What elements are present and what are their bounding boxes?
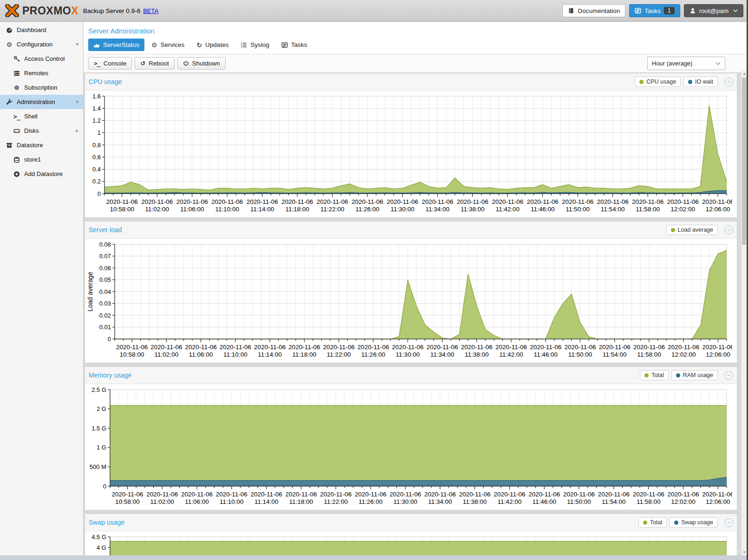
collapse-panel-icon[interactable]: − bbox=[724, 78, 733, 86]
collapse-arrow-icon[interactable]: ▾ bbox=[76, 41, 78, 47]
remotes-icon bbox=[12, 70, 21, 77]
svg-text:2020-11-06: 2020-11-06 bbox=[632, 198, 663, 205]
svg-text:11:26:00: 11:26:00 bbox=[361, 351, 385, 358]
svg-text:1 G: 1 G bbox=[97, 444, 106, 451]
svg-text:0.8: 0.8 bbox=[92, 142, 101, 149]
vertical-scrollbar[interactable]: ▲ ▼ bbox=[741, 71, 747, 555]
svg-text:2020-11-06: 2020-11-06 bbox=[355, 491, 386, 498]
svg-text:11:38:00: 11:38:00 bbox=[461, 206, 485, 213]
console-button[interactable]: >_ Console bbox=[88, 57, 132, 70]
svg-text:1: 1 bbox=[98, 129, 101, 136]
proxmox-logo: PROXMOX bbox=[5, 4, 78, 17]
svg-text:10:58:00: 10:58:00 bbox=[120, 351, 144, 358]
svg-text:11:58:00: 11:58:00 bbox=[637, 498, 661, 505]
svg-text:11:22:00: 11:22:00 bbox=[327, 351, 351, 358]
svg-text:2020-11-06: 2020-11-06 bbox=[530, 344, 561, 351]
window-bottom-edge bbox=[0, 555, 748, 560]
tasks-count-badge: 1 bbox=[664, 7, 675, 14]
sidebar-item-shell[interactable]: >_ Shell bbox=[0, 109, 83, 124]
legend-item-cpu-usage[interactable]: CPU usage bbox=[635, 77, 681, 87]
collapse-panel-icon[interactable]: − bbox=[724, 518, 733, 527]
svg-text:0.05: 0.05 bbox=[99, 276, 111, 283]
collapse-arrow-icon[interactable]: ▾ bbox=[76, 99, 78, 105]
dashboard-icon bbox=[5, 27, 14, 33]
svg-text:1.6: 1.6 bbox=[92, 93, 101, 100]
terminal-icon: >_ bbox=[12, 113, 21, 120]
expand-arrow-icon[interactable]: ▸ bbox=[76, 128, 78, 134]
svg-text:2020-11-06: 2020-11-06 bbox=[564, 344, 596, 351]
product-name: Backup Server 0.9-6 bbox=[83, 7, 140, 14]
legend-item-total[interactable]: Total bbox=[640, 370, 668, 380]
svg-text:11:02:00: 11:02:00 bbox=[150, 498, 174, 505]
sidebar-item-administration[interactable]: Administration ▾ bbox=[0, 95, 83, 109]
legend-item-load-average[interactable]: Load average bbox=[666, 225, 718, 235]
charts-scroll-region: CPU usage CPU usage IO wait − 00.20.40.6… bbox=[84, 73, 747, 555]
svg-text:2020-11-06: 2020-11-06 bbox=[116, 344, 148, 351]
user-menu-button[interactable]: root@pam bbox=[684, 4, 743, 17]
svg-text:1.2: 1.2 bbox=[92, 117, 101, 124]
svg-text:11:50:00: 11:50:00 bbox=[568, 351, 592, 358]
tab-updates[interactable]: ↻ Updates bbox=[191, 39, 234, 51]
cpu-usage-chart: 00.20.40.60.811.21.41.62020-11-0610:58:0… bbox=[85, 91, 737, 217]
svg-text:2020-11-06: 2020-11-06 bbox=[216, 491, 247, 498]
svg-text:1.4: 1.4 bbox=[92, 105, 101, 112]
tasks-button[interactable]: Tasks 1 bbox=[629, 4, 680, 17]
sidebar-item-dashboard[interactable]: Dashboard bbox=[0, 23, 83, 37]
svg-text:2020-11-06: 2020-11-06 bbox=[426, 344, 458, 351]
svg-text:11:22:00: 11:22:00 bbox=[324, 498, 348, 505]
legend-item-io-wait[interactable]: IO wait bbox=[683, 77, 718, 87]
svg-text:2020-11-06: 2020-11-06 bbox=[251, 491, 282, 498]
svg-text:2020-11-06: 2020-11-06 bbox=[247, 198, 278, 205]
sidebar-item-add-datastore[interactable]: Add Datastore bbox=[0, 167, 83, 181]
svg-text:2020-11-06: 2020-11-06 bbox=[320, 491, 351, 498]
legend-item-swap-usage[interactable]: Swap usage bbox=[670, 517, 718, 527]
tab-services[interactable]: ⚙ Services bbox=[146, 39, 189, 51]
shutdown-button[interactable]: Shutdown bbox=[177, 57, 226, 70]
sidebar-item-access-control[interactable]: Access Control bbox=[0, 52, 83, 66]
svg-text:11:38:00: 11:38:00 bbox=[465, 351, 489, 358]
svg-text:1.5 G: 1.5 G bbox=[91, 425, 106, 432]
legend-item-total[interactable]: Total bbox=[638, 517, 667, 527]
reboot-button[interactable]: ↺ Reboot bbox=[135, 57, 174, 70]
sidebar-item-subscription[interactable]: ☸ Subscription bbox=[0, 80, 83, 95]
sidebar-item-store1[interactable]: store1 bbox=[0, 152, 83, 167]
svg-text:0.4: 0.4 bbox=[92, 166, 101, 173]
panel-cpu-usage: CPU usage CPU usage IO wait − 00.20.40.6… bbox=[85, 73, 737, 218]
sidebar-item-remotes[interactable]: Remotes bbox=[0, 66, 83, 80]
timeframe-select[interactable]: Hour (average) bbox=[647, 57, 725, 70]
svg-text:2020-11-06: 2020-11-06 bbox=[424, 491, 456, 498]
lifebuoy-icon: ☸ bbox=[12, 85, 21, 91]
book-icon bbox=[568, 7, 574, 14]
svg-text:11:34:00: 11:34:00 bbox=[425, 206, 449, 213]
legend-item-ram-usage[interactable]: RAM usage bbox=[671, 370, 718, 380]
svg-text:11:34:00: 11:34:00 bbox=[430, 351, 455, 358]
server-load-chart: 00.010.020.030.040.050.060.070.082020-11… bbox=[85, 239, 737, 363]
svg-text:11:54:00: 11:54:00 bbox=[601, 206, 625, 213]
svg-text:2020-11-06: 2020-11-06 bbox=[392, 344, 423, 351]
tab-tasks[interactable]: Tasks bbox=[276, 39, 312, 51]
tab-serverstatus[interactable]: ServerStatus bbox=[88, 39, 144, 51]
svg-text:11:02:00: 11:02:00 bbox=[145, 206, 169, 213]
tab-syslog[interactable]: Syslog bbox=[235, 39, 274, 51]
collapse-panel-icon[interactable]: − bbox=[724, 371, 733, 380]
collapse-panel-icon[interactable]: − bbox=[724, 226, 733, 234]
svg-text:2020-11-06: 2020-11-06 bbox=[495, 344, 527, 351]
beta-link[interactable]: BETA bbox=[143, 7, 158, 14]
svg-text:4.5 G: 4.5 G bbox=[91, 534, 106, 540]
svg-text:2020-11-06: 2020-11-06 bbox=[317, 198, 348, 205]
legend: Total Swap usage − bbox=[638, 517, 733, 527]
svg-text:2020-11-06: 2020-11-06 bbox=[598, 491, 630, 498]
svg-text:2020-11-06: 2020-11-06 bbox=[387, 198, 418, 205]
sidebar-item-datastore[interactable]: Datastore bbox=[0, 138, 83, 152]
plus-circle-icon bbox=[12, 171, 21, 177]
svg-text:2020-11-06: 2020-11-06 bbox=[599, 344, 631, 351]
documentation-button[interactable]: Documentation bbox=[562, 4, 625, 17]
svg-text:2020-11-06: 2020-11-06 bbox=[667, 491, 699, 498]
scrollbar-thumb[interactable] bbox=[742, 78, 746, 245]
svg-text:11:06:00: 11:06:00 bbox=[189, 351, 213, 358]
sidebar-item-disks[interactable]: Disks ▸ bbox=[0, 124, 83, 138]
sidebar-item-configuration[interactable]: ⚙ Configuration ▾ bbox=[0, 37, 83, 52]
user-icon bbox=[689, 7, 696, 14]
svg-text:11:18:00: 11:18:00 bbox=[285, 206, 309, 213]
svg-text:11:46:00: 11:46:00 bbox=[532, 498, 556, 505]
